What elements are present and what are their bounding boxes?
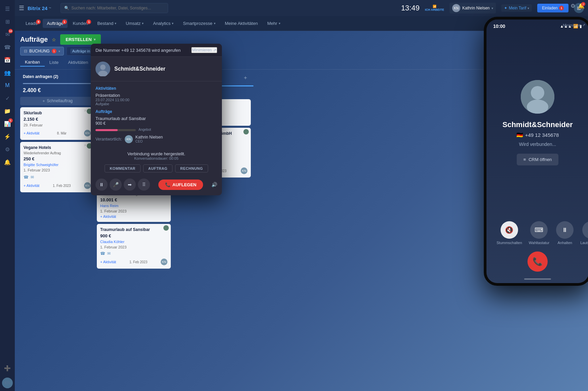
col-divider-daten <box>23 83 97 84</box>
transfer-call-button[interactable]: ➡ <box>124 179 136 191</box>
invite-badge: 1 <box>559 6 564 10</box>
add-activity-traumurlaub[interactable]: + Aktivität <box>100 260 116 264</box>
nav-item-auftraege[interactable]: Aufträge 1 <box>43 19 67 28</box>
tarif-block[interactable]: ✦ Mein Tarif ▾ <box>501 4 532 12</box>
sidebar-icon-user[interactable]: KN <box>2 378 13 388</box>
card-icons-traumurlaub: ☎ ✉ <box>100 251 167 256</box>
sidebar-icon-crm[interactable]: M <box>1 79 13 91</box>
nav-item-umsatz[interactable]: Umsatz ▾ <box>122 19 148 28</box>
sidebar-icon-phone[interactable]: ☎ <box>1 41 13 53</box>
card-indicator-traumurlaub <box>163 225 169 231</box>
nav-item-analytics[interactable]: Analytics ▾ <box>149 19 178 28</box>
card-person-vegane[interactable]: Brigitte Schweighöfer <box>24 163 91 167</box>
phone-ctrl-dialpad[interactable]: ⌨ Wahltastatur <box>529 221 549 245</box>
hamburger-icon[interactable]: ☰ <box>19 4 24 12</box>
sidebar-icon-automation[interactable]: ⚡ <box>1 130 13 143</box>
deal-amount: 900 € <box>95 121 217 126</box>
user-block[interactable]: KN Kathrin Nielsen ▾ <box>449 3 496 13</box>
sidebar-icon-tasks[interactable]: ✓ <box>1 92 13 104</box>
favorite-star-icon[interactable]: ☆ <box>52 37 56 42</box>
phone-icon-vegane[interactable]: ☎ <box>24 175 29 180</box>
sidebar-icon-notifications[interactable]: 🔔 <box>1 156 13 168</box>
kanban-card-vegane-hotels[interactable]: ✕ Vegane Hotels Wiederkehrender Auftrag … <box>20 142 94 192</box>
work-icon: 📶 <box>433 5 436 8</box>
nav-item-aktivitaeten[interactable]: Meine Aktivitäten <box>221 19 262 28</box>
tab-aktivitaeten[interactable]: Aktivitäten <box>63 58 93 66</box>
col-add-maerz-icon[interactable]: ＋ <box>243 74 248 81</box>
call-actions: ⏸ 🎤 ➡ ⠿ 📞 AUFLEGEN 🔊 <box>91 175 222 195</box>
resp-avatar: KN <box>125 135 133 143</box>
add-activity-vegane[interactable]: + Aktivität <box>24 184 39 188</box>
call-tab-rechnung[interactable]: RECHNUNG <box>175 164 208 172</box>
speaker-ctrl-icon: 🔊 <box>582 221 588 239</box>
kanban-column-daten-anfragen: Daten anfragen (2) 2.400 € ＋ Schnellauft… <box>20 72 94 383</box>
card-person-beratung[interactable]: Hans Reim <box>100 204 167 208</box>
settings-top-icon[interactable]: ⚙ <box>571 3 575 9</box>
card-recurring-vegane: Wiederkehrender Auftrag <box>24 151 91 155</box>
nav-item-smartprozesse[interactable]: Smartprozesse ▾ <box>179 19 219 28</box>
volume-button[interactable]: 🔊 <box>211 182 217 187</box>
nav-item-leads[interactable]: Leads 8 <box>22 19 41 28</box>
phone-icon-traumurlaub[interactable]: ☎ <box>100 251 105 256</box>
dialpad-call-button[interactable]: ⠿ <box>138 179 150 191</box>
brand-logo[interactable]: Bitrix 24 ~ <box>28 5 51 11</box>
phone-ctrl-speaker[interactable]: 🔊 Lautsprecher <box>580 221 588 245</box>
card-footer-traumurlaub: + Aktivität 1. Feb 2023 KN <box>100 259 167 265</box>
email-icon-vegane[interactable]: ✉ <box>31 175 34 180</box>
crm-open-button[interactable]: ≡ CRM öffnen <box>517 154 559 165</box>
nav-item-bestand[interactable]: Bestand ▾ <box>93 19 120 28</box>
sidebar-icon-menu[interactable]: ☰ <box>1 3 13 15</box>
phone-ctrl-hold[interactable]: ⏸ Anhalten <box>556 221 574 245</box>
phone-hangup-button[interactable]: 📞 <box>527 251 548 272</box>
call-contact: Schmidt&Schneider <box>91 57 222 81</box>
sidebar-icon-contacts[interactable]: 👥 <box>1 67 13 79</box>
invite-button[interactable]: Einladen 1 <box>537 4 569 12</box>
global-search[interactable]: 🔍 <box>61 3 168 13</box>
tarif-label: Mein Tarif <box>509 6 526 10</box>
tab-kanban[interactable]: Kanban <box>20 58 45 67</box>
phone-ctrl-mute[interactable]: 🔇 Stummschalten <box>497 221 522 245</box>
kanban-card-traumurlaub[interactable]: Traumurlaub auf Sansibar 900 € Claudia K… <box>97 224 171 269</box>
search-input[interactable] <box>71 6 164 10</box>
phone-contact-avatar <box>521 80 554 114</box>
card-close-vegane-icon[interactable]: ✕ <box>84 143 87 148</box>
card-person-traumurlaub[interactable]: Claudia Köhler <box>100 240 167 244</box>
create-button[interactable]: ERSTELLEN ▾ <box>60 34 101 45</box>
contact-name: Schmidt&Schneider <box>114 66 165 72</box>
hangup-button[interactable]: 📞 AUFLEGEN <box>158 180 203 190</box>
nav-item-kunden[interactable]: Kunden 1 <box>69 19 92 28</box>
sidebar-icon-settings[interactable]: ⚙ <box>1 143 13 155</box>
sidebar-icon-home[interactable]: ⊞ <box>1 15 13 28</box>
notification-icon[interactable]: 🔔 2 <box>578 3 585 9</box>
email-icon-traumurlaub[interactable]: ✉ <box>107 251 111 256</box>
call-tab-kommentar[interactable]: KOMMENTAR <box>105 164 140 172</box>
pause-call-button[interactable]: ⏸ <box>95 179 108 191</box>
sidebar-icon-analytics[interactable]: 📊 1 <box>1 118 13 130</box>
sidebar-icon-add[interactable]: ➕ <box>1 362 13 374</box>
nav-item-mehr[interactable]: Mehr ▾ <box>263 19 284 28</box>
add-activity-skiurlaub-1[interactable]: + Aktivität <box>24 131 39 135</box>
nav-leads-label: Leads <box>26 21 37 26</box>
responsible-block: Verantwortlich: KN Kathrin Nielsen CEO <box>95 135 217 143</box>
minimize-call-button[interactable]: Minimieren ⇗ <box>191 47 217 53</box>
duration-value: 00:05 <box>169 156 179 160</box>
mute-label: Stummschalten <box>497 241 522 245</box>
mute-call-button[interactable]: 🎤 <box>110 179 122 191</box>
call-tab-auftrag[interactable]: AUFTRAG <box>143 164 172 172</box>
add-activity-beratung[interactable]: + Aktivität <box>100 214 167 219</box>
tab-liste[interactable]: Liste <box>45 58 63 66</box>
sidebar-icon-calendar[interactable]: 📅 <box>1 54 13 66</box>
work-status-block[interactable]: 📶 ICH ARBEITE <box>425 5 444 11</box>
kanban-card-skiurlaub-1[interactable]: ✕ Skiurlaub 2.150 € 29. Februar + Aktivi… <box>20 107 94 140</box>
speaker-label: Lautsprecher <box>580 241 588 245</box>
sidebar-icon-chat[interactable]: ✉ 10 <box>1 28 13 40</box>
card-close-icon[interactable]: ✕ <box>84 109 87 113</box>
activity-date-skiurlaub-1: 8. Mär <box>57 131 67 135</box>
top-bar-left: ☰ Bitrix 24 ~ <box>19 4 51 12</box>
hangup-label: AUFLEGEN <box>172 182 197 187</box>
filter-button[interactable]: ⊟ BUCHUNG 1 ▾ <box>20 47 64 55</box>
phone-minimize-btn[interactable]: Minimieren ⇗ <box>563 23 585 27</box>
card-date-skiurlaub-1: 29. Februar <box>24 123 91 127</box>
add-schnellauftrag-btn[interactable]: ＋ Schnellauftrag <box>20 97 94 105</box>
sidebar-icon-drive[interactable]: 📁 <box>1 105 13 117</box>
